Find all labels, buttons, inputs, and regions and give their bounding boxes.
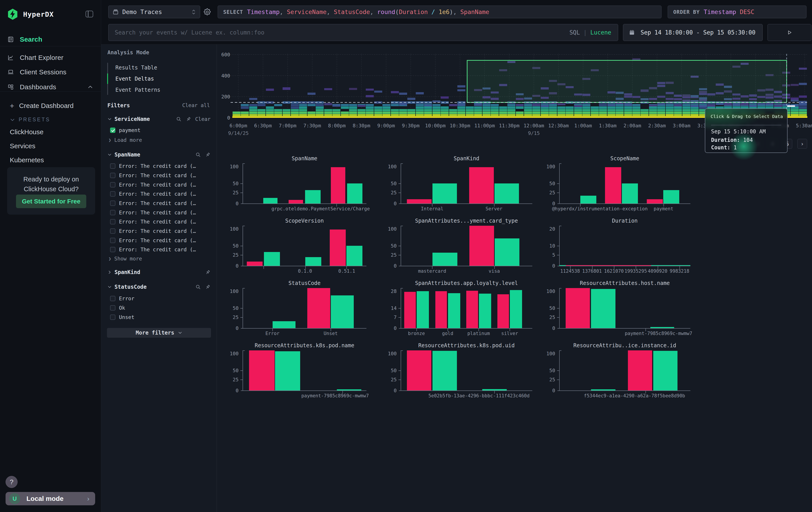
checkbox[interactable] (110, 219, 115, 224)
filter-option-spanname[interactable]: Error: The credit card (… (110, 162, 196, 170)
bar-green[interactable] (650, 327, 674, 328)
bar-green[interactable] (432, 351, 457, 390)
bar-green[interactable] (559, 265, 566, 266)
bar-green[interactable] (264, 252, 280, 266)
bar-red[interactable] (497, 294, 509, 328)
show-more-button[interactable]: ❯Show more (109, 256, 142, 262)
bar-green[interactable] (482, 389, 507, 390)
checkbox[interactable] (110, 315, 115, 320)
sidebar-item-create-dashboard[interactable]: + Create Dashboard (0, 100, 101, 111)
load-more-button[interactable]: ❯Load more (109, 137, 142, 143)
checkbox[interactable] (110, 182, 115, 187)
bar-red[interactable] (249, 350, 274, 390)
bar-red[interactable] (407, 199, 431, 204)
bar-green[interactable] (663, 190, 679, 204)
pin-icon[interactable] (205, 152, 210, 158)
filter-option-spanname[interactable]: Error: The credit card (… (110, 190, 196, 197)
bar-green[interactable] (337, 389, 361, 390)
bar-green[interactable] (494, 183, 519, 204)
bar-green[interactable] (591, 389, 615, 390)
sidebar-item-chart-explorer[interactable]: Chart Explorer (0, 51, 101, 64)
bar-green[interactable] (479, 294, 491, 328)
filter-option-spanname[interactable]: Error: The credit card (… (110, 246, 196, 253)
user-menu[interactable]: U Local mode › (5, 492, 95, 505)
clear-filter-button[interactable]: Clear (195, 116, 210, 122)
search-icon[interactable] (195, 152, 201, 158)
analysis-mode-option-results-table[interactable]: Results Table (115, 64, 157, 71)
filter-option-statuscode[interactable]: Ok (110, 304, 125, 312)
bar-red[interactable] (469, 167, 494, 204)
filter-option-spanname[interactable]: Error: The credit card (… (110, 227, 196, 235)
bar-green[interactable] (346, 246, 362, 266)
bar-green[interactable] (417, 291, 429, 328)
filter-option-statuscode[interactable]: Error (110, 295, 134, 302)
help-button[interactable]: ? (5, 476, 18, 488)
search-icon[interactable] (176, 116, 182, 122)
orderby-clause-input[interactable]: ORDER BY Timestamp DESC (668, 5, 807, 18)
bar-red[interactable] (435, 291, 447, 328)
heatmap-selection-box[interactable] (467, 60, 787, 102)
bar-red[interactable] (289, 200, 303, 204)
bar-red[interactable] (407, 350, 431, 390)
bar-green[interactable] (651, 265, 690, 266)
get-started-button[interactable]: Get Started for Free (16, 194, 86, 208)
bar-green[interactable] (622, 183, 638, 204)
bar-red[interactable] (566, 265, 651, 266)
filter-option-spanname[interactable]: Error: The credit card (… (110, 181, 196, 188)
date-range-picker[interactable]: Sep 14 18:00:00 - Sep 15 05:30:00 (623, 24, 763, 41)
bar-green[interactable] (432, 253, 457, 266)
sidebar-item-clickhouse[interactable]: ClickHouse (0, 127, 101, 138)
pin-icon[interactable] (205, 270, 210, 275)
bar-red[interactable] (307, 288, 330, 328)
checkbox[interactable] (110, 238, 115, 243)
select-clause-input[interactable]: SELECT Timestamp, ServiceName, StatusCod… (218, 5, 662, 18)
analysis-mode-option-event-patterns[interactable]: Event Patterns (115, 87, 160, 93)
bar-red[interactable] (469, 226, 494, 266)
pin-icon[interactable] (186, 116, 191, 122)
filter-option-spanname[interactable]: Error: The credit card (… (110, 209, 196, 216)
checkbox[interactable] (110, 296, 115, 301)
analysis-mode-option-event-deltas[interactable]: Event Deltas (115, 76, 154, 82)
bar-red[interactable] (628, 350, 652, 390)
sidebar-presets-toggle[interactable]: PRESETS (10, 117, 50, 123)
bar-red[interactable] (566, 288, 590, 328)
checkbox[interactable] (110, 247, 115, 252)
bar-green[interactable] (263, 198, 278, 204)
bar-green[interactable] (495, 238, 519, 266)
bar-green[interactable] (510, 290, 522, 328)
bar-green[interactable] (275, 351, 300, 390)
filter-option-statuscode[interactable]: Unset (110, 314, 134, 321)
checkbox[interactable] (110, 128, 115, 133)
pagination-next-button[interactable]: › (797, 139, 807, 149)
bar-green[interactable] (653, 351, 677, 390)
checkbox[interactable] (110, 200, 115, 206)
filter-option-servicename[interactable]: payment (110, 127, 141, 134)
bar-green[interactable] (448, 293, 460, 328)
bar-green[interactable] (432, 183, 457, 204)
drag-handle[interactable] (787, 105, 795, 107)
more-filters-button[interactable]: More filters (107, 328, 211, 338)
checkbox[interactable] (110, 191, 115, 196)
filter-option-spanname[interactable]: Error: The credit card (… (110, 172, 196, 179)
filter-option-spanname[interactable]: Error: The credit card (… (110, 237, 196, 244)
bar-green[interactable] (305, 190, 321, 204)
sidebar-item-search[interactable]: Search (0, 33, 101, 46)
checkbox[interactable] (110, 173, 115, 178)
clear-all-button[interactable]: Clear all (182, 102, 210, 108)
filter-group-header-spanname[interactable]: SpanName (107, 151, 210, 158)
sidebar-item-client-sessions[interactable]: Client Sessions (0, 66, 101, 78)
filter-group-header-statuscode[interactable]: StatusCode (107, 284, 210, 291)
checkbox[interactable] (110, 210, 115, 215)
pin-icon[interactable] (205, 284, 210, 290)
bar-green[interactable] (272, 321, 296, 328)
bar-green[interactable] (331, 295, 354, 328)
search-icon[interactable] (195, 284, 201, 290)
bar-green[interactable] (347, 183, 362, 204)
bar-green[interactable] (580, 196, 596, 204)
sidebar-item-kubernetes[interactable]: Kubernetes (0, 155, 101, 166)
bar-green[interactable] (305, 257, 321, 266)
sidebar-item-services[interactable]: Services (0, 140, 101, 152)
filter-option-spanname[interactable]: Error: The credit card (… (110, 218, 196, 225)
bar-red[interactable] (466, 291, 478, 328)
bar-green[interactable] (591, 289, 615, 328)
